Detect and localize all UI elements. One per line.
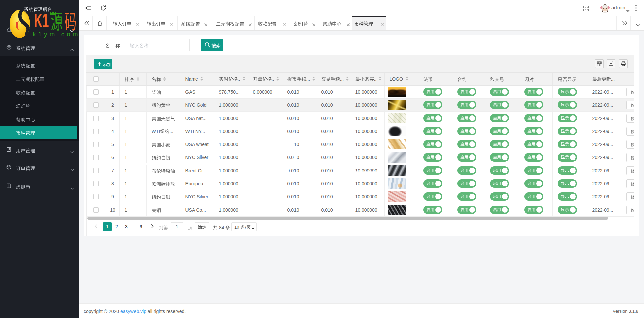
svg-text:K1: K1 <box>34 10 49 31</box>
svg-text:k1ym.com: k1ym.com <box>33 31 79 38</box>
